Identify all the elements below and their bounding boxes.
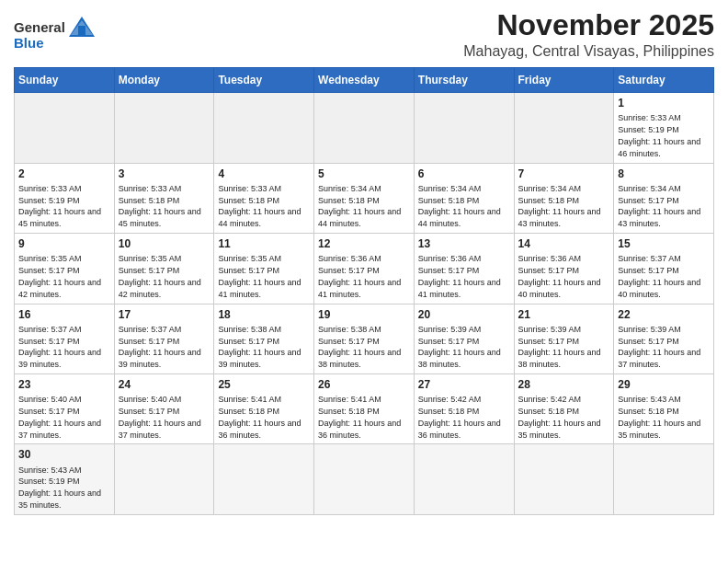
logo-general-text: General <box>14 19 65 35</box>
day-number: 14 <box>518 236 610 251</box>
day-number: 21 <box>518 307 610 322</box>
page-header: General Blue November 2025 Mahayag, Cent… <box>14 9 714 60</box>
day-info: Sunrise: 5:36 AMSunset: 5:17 PMDaylight:… <box>418 254 501 298</box>
day-info: Sunrise: 5:40 AMSunset: 5:17 PMDaylight:… <box>119 395 201 439</box>
day-info: Sunrise: 5:36 AMSunset: 5:17 PMDaylight:… <box>318 254 401 298</box>
calendar-cell: 3Sunrise: 5:33 AMSunset: 5:18 PMDaylight… <box>114 163 214 233</box>
day-number: 24 <box>119 377 210 392</box>
calendar-cell: 12Sunrise: 5:36 AMSunset: 5:17 PMDayligh… <box>314 234 415 304</box>
calendar-cell: 21Sunrise: 5:39 AMSunset: 5:17 PMDayligh… <box>514 304 614 373</box>
day-info: Sunrise: 5:37 AMSunset: 5:17 PMDaylight:… <box>618 254 700 298</box>
calendar-cell: 8Sunrise: 5:34 AMSunset: 5:17 PMDaylight… <box>614 163 714 233</box>
day-info: Sunrise: 5:34 AMSunset: 5:18 PMDaylight:… <box>518 184 601 228</box>
day-number: 8 <box>618 167 710 181</box>
day-info: Sunrise: 5:36 AMSunset: 5:17 PMDaylight:… <box>518 254 601 298</box>
day-info: Sunrise: 5:39 AMSunset: 5:17 PMDaylight:… <box>618 325 700 369</box>
day-number: 9 <box>18 236 110 251</box>
calendar-cell <box>214 444 314 514</box>
day-info: Sunrise: 5:33 AMSunset: 5:19 PMDaylight:… <box>618 113 700 157</box>
calendar-cell <box>314 444 415 514</box>
day-info: Sunrise: 5:41 AMSunset: 5:18 PMDaylight:… <box>218 395 301 439</box>
day-info: Sunrise: 5:35 AMSunset: 5:17 PMDaylight:… <box>18 254 101 298</box>
calendar-cell <box>614 444 714 514</box>
day-info: Sunrise: 5:38 AMSunset: 5:17 PMDaylight:… <box>318 325 401 369</box>
day-number: 3 <box>119 167 210 181</box>
calendar-cell <box>514 93 614 163</box>
calendar-cell: 2Sunrise: 5:33 AMSunset: 5:19 PMDaylight… <box>15 163 115 233</box>
day-info: Sunrise: 5:42 AMSunset: 5:18 PMDaylight:… <box>518 395 601 439</box>
calendar-table: Sunday Monday Tuesday Wednesday Thursday… <box>14 67 714 515</box>
day-number: 5 <box>318 167 410 181</box>
calendar-cell: 25Sunrise: 5:41 AMSunset: 5:18 PMDayligh… <box>214 373 314 443</box>
header-thursday: Thursday <box>414 68 514 93</box>
calendar-cell: 5Sunrise: 5:34 AMSunset: 5:18 PMDaylight… <box>314 163 415 233</box>
calendar-cell: 1Sunrise: 5:33 AMSunset: 5:19 PMDaylight… <box>614 93 714 163</box>
calendar-cell: 13Sunrise: 5:36 AMSunset: 5:17 PMDayligh… <box>414 234 514 304</box>
day-number: 11 <box>218 236 310 251</box>
day-number: 10 <box>119 236 210 251</box>
day-info: Sunrise: 5:33 AMSunset: 5:18 PMDaylight:… <box>218 184 301 228</box>
calendar-cell: 22Sunrise: 5:39 AMSunset: 5:17 PMDayligh… <box>614 304 714 373</box>
calendar-cell: 9Sunrise: 5:35 AMSunset: 5:17 PMDaylight… <box>15 234 115 304</box>
day-info: Sunrise: 5:35 AMSunset: 5:17 PMDaylight:… <box>119 254 201 298</box>
day-number: 7 <box>518 167 610 181</box>
day-info: Sunrise: 5:43 AMSunset: 5:19 PMDaylight:… <box>18 465 101 510</box>
calendar-row: 23Sunrise: 5:40 AMSunset: 5:17 PMDayligh… <box>15 373 714 443</box>
day-info: Sunrise: 5:37 AMSunset: 5:17 PMDaylight:… <box>18 325 101 369</box>
day-number: 28 <box>518 377 610 392</box>
logo: General Blue <box>14 9 95 51</box>
calendar-row: 1Sunrise: 5:33 AMSunset: 5:19 PMDaylight… <box>15 93 714 163</box>
calendar-cell: 28Sunrise: 5:42 AMSunset: 5:18 PMDayligh… <box>514 373 614 443</box>
day-info: Sunrise: 5:39 AMSunset: 5:17 PMDaylight:… <box>518 325 601 369</box>
day-info: Sunrise: 5:35 AMSunset: 5:17 PMDaylight:… <box>218 254 301 298</box>
calendar-row: 16Sunrise: 5:37 AMSunset: 5:17 PMDayligh… <box>15 304 714 373</box>
calendar-cell <box>214 93 314 163</box>
day-number: 2 <box>18 167 110 181</box>
calendar-row: 2Sunrise: 5:33 AMSunset: 5:19 PMDaylight… <box>15 163 714 233</box>
header-wednesday: Wednesday <box>314 68 415 93</box>
calendar-cell <box>314 93 415 163</box>
calendar-cell: 18Sunrise: 5:38 AMSunset: 5:17 PMDayligh… <box>214 304 314 373</box>
calendar-cell: 20Sunrise: 5:39 AMSunset: 5:17 PMDayligh… <box>414 304 514 373</box>
header-monday: Monday <box>114 68 214 93</box>
title-area: November 2025 Mahayag, Central Visayas, … <box>463 9 714 60</box>
calendar-cell <box>414 93 514 163</box>
month-title: November 2025 <box>463 9 714 41</box>
day-number: 15 <box>618 236 710 251</box>
day-number: 22 <box>618 307 710 322</box>
calendar-cell <box>15 93 115 163</box>
day-number: 20 <box>418 307 510 322</box>
header-saturday: Saturday <box>614 68 714 93</box>
calendar-row: 9Sunrise: 5:35 AMSunset: 5:17 PMDaylight… <box>15 234 714 304</box>
calendar-cell: 7Sunrise: 5:34 AMSunset: 5:18 PMDaylight… <box>514 163 614 233</box>
calendar-cell: 6Sunrise: 5:34 AMSunset: 5:18 PMDaylight… <box>414 163 514 233</box>
header-sunday: Sunday <box>15 68 115 93</box>
day-number: 12 <box>318 236 410 251</box>
header-friday: Friday <box>514 68 614 93</box>
calendar-cell: 30Sunrise: 5:43 AMSunset: 5:19 PMDayligh… <box>15 444 115 514</box>
day-number: 18 <box>218 307 310 322</box>
day-number: 19 <box>318 307 410 322</box>
calendar-cell: 15Sunrise: 5:37 AMSunset: 5:17 PMDayligh… <box>614 234 714 304</box>
day-info: Sunrise: 5:34 AMSunset: 5:18 PMDaylight:… <box>418 184 501 228</box>
day-number: 25 <box>218 377 310 392</box>
day-info: Sunrise: 5:43 AMSunset: 5:18 PMDaylight:… <box>618 395 700 439</box>
day-info: Sunrise: 5:38 AMSunset: 5:17 PMDaylight:… <box>218 325 301 369</box>
day-number: 23 <box>18 377 110 392</box>
calendar-cell: 4Sunrise: 5:33 AMSunset: 5:18 PMDaylight… <box>214 163 314 233</box>
svg-rect-2 <box>78 26 85 37</box>
calendar-cell: 29Sunrise: 5:43 AMSunset: 5:18 PMDayligh… <box>614 373 714 443</box>
calendar-cell <box>514 444 614 514</box>
day-number: 1 <box>618 96 710 110</box>
day-number: 16 <box>18 307 110 322</box>
day-info: Sunrise: 5:37 AMSunset: 5:17 PMDaylight:… <box>119 325 201 369</box>
day-number: 13 <box>418 236 510 251</box>
calendar-cell: 17Sunrise: 5:37 AMSunset: 5:17 PMDayligh… <box>114 304 214 373</box>
day-info: Sunrise: 5:41 AMSunset: 5:18 PMDaylight:… <box>318 395 401 439</box>
calendar-cell: 27Sunrise: 5:42 AMSunset: 5:18 PMDayligh… <box>414 373 514 443</box>
day-info: Sunrise: 5:40 AMSunset: 5:17 PMDaylight:… <box>18 395 101 439</box>
day-info: Sunrise: 5:33 AMSunset: 5:19 PMDaylight:… <box>18 184 101 228</box>
day-info: Sunrise: 5:33 AMSunset: 5:18 PMDaylight:… <box>119 184 201 228</box>
day-info: Sunrise: 5:42 AMSunset: 5:18 PMDaylight:… <box>418 395 501 439</box>
calendar-cell: 23Sunrise: 5:40 AMSunset: 5:17 PMDayligh… <box>15 373 115 443</box>
